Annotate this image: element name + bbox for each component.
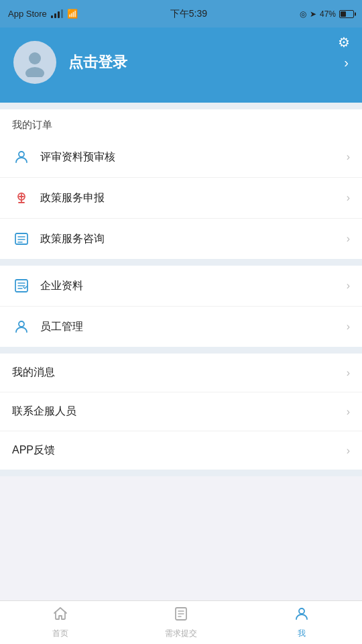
review-icon	[12, 148, 31, 166]
review-label: 评审资料预审核	[40, 150, 347, 164]
messages-chevron-icon: ›	[347, 367, 350, 379]
demand-label: 需求提交	[165, 628, 197, 639]
menu-item-policy-consult[interactable]: 政策服务咨询 ›	[0, 219, 362, 259]
policy-apply-label: 政策服务申报	[40, 191, 347, 205]
avatar-icon	[20, 48, 50, 77]
me-icon	[294, 606, 310, 626]
svg-point-0	[29, 52, 41, 64]
svg-point-18	[299, 608, 304, 614]
menu-item-messages[interactable]: 我的消息 ›	[0, 354, 362, 392]
divider-4	[0, 470, 362, 476]
divider-1	[0, 103, 362, 109]
review-chevron-icon: ›	[347, 151, 350, 163]
profile-left: 点击登录	[13, 41, 127, 84]
feedback-label: APP反馈	[12, 443, 347, 458]
messages-label: 我的消息	[12, 366, 347, 380]
divider-3	[0, 347, 362, 354]
enterprise-chevron-icon: ›	[347, 280, 350, 292]
me-label: 我	[298, 628, 306, 639]
home-label: 首页	[52, 628, 68, 639]
home-icon	[52, 606, 68, 626]
policy-apply-icon	[12, 189, 31, 207]
nav-item-home[interactable]: 首页	[0, 606, 121, 639]
nav-item-me[interactable]: 我	[241, 606, 362, 639]
my-orders-group: 我的订单 评审资料预审核 › 政策服务申报	[0, 109, 362, 259]
enterprise-icon	[12, 276, 31, 295]
main-content: 我的订单 评审资料预审核 › 政策服务申报	[0, 103, 362, 523]
bottom-nav: 首页 需求提交 我	[0, 600, 362, 644]
contact-label: 联系企服人员	[12, 405, 347, 419]
policy-consult-icon	[12, 229, 31, 248]
policy-apply-chevron-icon: ›	[347, 192, 350, 204]
nav-item-demand[interactable]: 需求提交	[121, 606, 241, 639]
enterprise-group: 企业资料 › 员工管理 ›	[0, 266, 362, 347]
staff-icon	[12, 317, 31, 336]
divider-2	[0, 259, 362, 266]
menu-item-review-pre-check[interactable]: 评审资料预审核 ›	[0, 137, 362, 178]
app-store-label: App Store	[8, 9, 47, 19]
policy-consult-label: 政策服务咨询	[40, 232, 347, 246]
demand-icon	[173, 606, 189, 626]
policy-consult-chevron-icon: ›	[347, 233, 350, 245]
status-time: 下午5:39	[170, 8, 207, 20]
my-orders-label: 我的订单	[0, 109, 362, 137]
menu-item-enterprise[interactable]: 企业资料 ›	[0, 266, 362, 307]
status-bar: App Store 📶 下午5:39 ◎ ➤ 47%	[0, 0, 362, 28]
simple-items-group: 我的消息 › 联系企服人员 › APP反馈 ›	[0, 354, 362, 470]
settings-icon[interactable]: ⚙	[338, 34, 350, 50]
status-right: ◎ ➤ 47%	[300, 9, 354, 19]
avatar	[13, 41, 56, 84]
menu-item-staff[interactable]: 员工管理 ›	[0, 307, 362, 347]
svg-point-1	[25, 67, 44, 77]
svg-point-2	[19, 152, 24, 157]
profile-header[interactable]: 点击登录 › ⚙	[0, 28, 362, 103]
menu-item-contact[interactable]: 联系企服人员 ›	[0, 392, 362, 431]
contact-chevron-icon: ›	[347, 406, 350, 418]
battery-icon	[339, 10, 354, 18]
login-text: 点击登录	[68, 52, 127, 72]
signal-icon	[51, 9, 63, 18]
staff-chevron-icon: ›	[347, 321, 350, 333]
enterprise-label: 企业资料	[40, 279, 347, 293]
arrow-icon: ➤	[310, 9, 316, 19]
location-icon: ◎	[300, 9, 306, 19]
menu-item-policy-apply[interactable]: 政策服务申报 ›	[0, 178, 362, 219]
profile-chevron-icon: ›	[344, 55, 349, 70]
battery-pct: 47%	[320, 9, 336, 19]
status-left: App Store 📶	[8, 9, 78, 19]
wifi-icon: 📶	[67, 9, 78, 19]
feedback-chevron-icon: ›	[347, 445, 350, 457]
staff-label: 员工管理	[40, 320, 347, 334]
svg-point-13	[19, 321, 24, 327]
menu-item-feedback[interactable]: APP反馈 ›	[0, 431, 362, 470]
